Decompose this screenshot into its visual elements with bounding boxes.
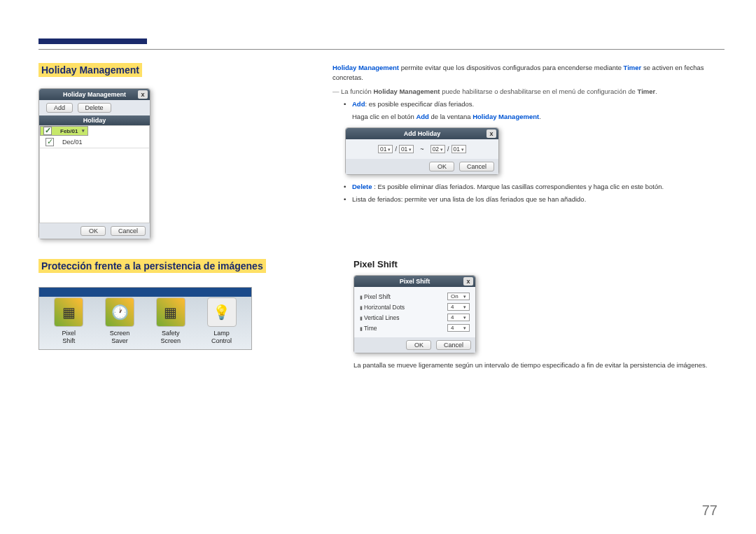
label: LampControl xyxy=(199,330,244,345)
lamp-icon: 💡 xyxy=(207,297,237,327)
cancel-button[interactable]: Cancel xyxy=(459,162,494,171)
ok-button[interactable]: OK xyxy=(429,162,454,171)
label: SafetyScreen xyxy=(148,330,194,345)
bullet-item: Lista de feriados: permite ver una lista… xyxy=(352,195,718,204)
term-holiday-management: Holiday Management xyxy=(373,87,440,95)
dialog-footer: OK Cancel xyxy=(354,337,475,353)
dialog-toolbar: Add Delete xyxy=(39,100,150,115)
bullet-item: Add: es posible especificar días feriado… xyxy=(352,99,718,109)
text: . xyxy=(655,87,657,95)
accent-bar xyxy=(38,38,147,44)
day-end-spinner[interactable]: 01 xyxy=(451,145,466,153)
text: Haga clic en el botón xyxy=(352,113,416,120)
ok-button[interactable]: OK xyxy=(80,226,106,236)
holiday-date: Dec/01 xyxy=(62,139,83,146)
table-row[interactable]: Feb/01 xyxy=(40,126,88,136)
range-separator: ~ xyxy=(420,146,424,153)
label: Pixel Shift xyxy=(360,293,391,300)
month-end-spinner[interactable]: 02 xyxy=(430,145,445,153)
cancel-button[interactable]: Cancel xyxy=(111,226,146,236)
pixel-shift-dialog: Pixel Shift x Pixel ShiftOn Horizontal D… xyxy=(354,275,476,353)
paragraph: Holiday Management permite evitar que lo… xyxy=(332,63,718,83)
term-timer: Timer xyxy=(624,64,642,71)
holiday-list: Feb/01 Dec/01 xyxy=(39,125,150,223)
term-holiday-management: Holiday Management xyxy=(472,113,539,120)
bullet-item: Delete : Es posible eliminar días feriad… xyxy=(352,182,718,192)
dialog-title: Add Holiday x xyxy=(346,128,498,139)
delete-button[interactable]: Delete xyxy=(78,103,111,113)
add-button[interactable]: Add xyxy=(46,103,73,113)
label: Time xyxy=(360,325,377,332)
section-heading-holiday-management: Holiday Management xyxy=(38,63,142,77)
day-start-spinner[interactable]: 01 xyxy=(399,145,414,153)
close-icon[interactable]: x xyxy=(486,129,496,138)
sub-line: Haga clic en el botón Add de la ventana … xyxy=(332,112,718,122)
dialog-footer: OK Cancel xyxy=(346,159,498,174)
term-add: Add xyxy=(416,113,428,120)
dialog-title-text: Add Holiday xyxy=(404,130,441,137)
holiday-management-dialog: Holiday Management x Add Delete Holiday … xyxy=(38,88,150,239)
page-number: 77 xyxy=(702,503,718,519)
top-divider xyxy=(38,49,724,50)
term-holiday-management: Holiday Management xyxy=(332,64,399,71)
separator: / xyxy=(395,146,397,153)
protection-icon-bar: ▦ PixelShift 🕐 ScreenSaver ▦ SafetyScree… xyxy=(38,287,252,350)
label: Horizontal Dots xyxy=(360,304,405,311)
setting-row: Time4 xyxy=(360,323,470,333)
text: La función xyxy=(341,87,373,95)
dialog-title-text: Holiday Management xyxy=(63,91,126,98)
label: ScreenSaver xyxy=(97,330,143,345)
pixel-shift-tool[interactable]: ▦ PixelShift xyxy=(46,297,92,345)
note-line: La función Holiday Management puede habi… xyxy=(332,87,718,95)
text: puede habilitarse o deshabilitarse en el… xyxy=(440,87,638,95)
text: Lista de feriados: permite ver una lista… xyxy=(352,195,586,203)
checkbox-icon[interactable] xyxy=(43,127,52,135)
term-delete: Delete xyxy=(352,183,372,190)
term-timer: Timer xyxy=(638,87,656,95)
dialog-title: Holiday Management x xyxy=(39,89,150,100)
text: : es posible especificar días feriados. xyxy=(365,100,474,108)
setting-row: Horizontal Dots4 xyxy=(360,302,470,312)
close-icon[interactable]: x xyxy=(463,277,473,286)
separator: / xyxy=(447,146,449,153)
vertical-lines-select[interactable]: 4 xyxy=(447,314,470,321)
pixel-shift-select[interactable]: On xyxy=(447,293,470,300)
text: de la ventana xyxy=(429,113,472,120)
screen-saver-icon: 🕐 xyxy=(105,297,134,327)
label: Vertical Lines xyxy=(360,314,400,321)
holiday-date: Feb/01 xyxy=(60,128,78,134)
term-add: Add xyxy=(352,100,365,108)
close-icon[interactable]: x xyxy=(138,90,148,99)
setting-row: Pixel ShiftOn xyxy=(360,291,470,302)
text: . xyxy=(539,113,541,120)
table-row[interactable]: Dec/01 xyxy=(40,136,149,148)
add-holiday-dialog: Add Holiday x 01 / 01 ~ 02 / 01 OK Cance… xyxy=(345,127,499,175)
dialog-title: Pixel Shift x xyxy=(354,276,475,287)
screen-saver-tool[interactable]: 🕐 ScreenSaver xyxy=(97,297,143,345)
horizontal-dots-select[interactable]: 4 xyxy=(447,303,470,311)
checkbox-icon[interactable] xyxy=(46,138,54,146)
label: PixelShift xyxy=(46,330,92,345)
section-heading-image-persistence: Protección frente a la persistencia de i… xyxy=(38,259,266,273)
pixel-shift-icon: ▦ xyxy=(54,297,83,327)
month-start-spinner[interactable]: 01 xyxy=(378,145,393,153)
lamp-control-tool[interactable]: 💡 LampControl xyxy=(199,297,244,345)
text: permite evitar que los dispositivos conf… xyxy=(399,64,624,71)
text: : Es posible eliminar días feriados. Mar… xyxy=(372,183,664,190)
dialog-title-text: Pixel Shift xyxy=(400,278,430,285)
table-header: Holiday xyxy=(39,115,150,125)
pixel-shift-description: La pantalla se mueve ligeramente según u… xyxy=(354,360,718,370)
safety-screen-tool[interactable]: ▦ SafetyScreen xyxy=(148,297,194,345)
safety-screen-icon: ▦ xyxy=(156,297,186,327)
date-range-row: 01 / 01 ~ 02 / 01 xyxy=(346,139,498,159)
setting-row: Vertical Lines4 xyxy=(360,312,470,323)
cancel-button[interactable]: Cancel xyxy=(436,340,471,350)
time-select[interactable]: 4 xyxy=(447,324,470,332)
ok-button[interactable]: OK xyxy=(406,340,431,350)
dialog-body: Pixel ShiftOn Horizontal Dots4 Vertical … xyxy=(354,287,475,337)
dialog-footer: OK Cancel xyxy=(39,223,150,239)
subsection-heading-pixel-shift: Pixel Shift xyxy=(354,259,718,269)
